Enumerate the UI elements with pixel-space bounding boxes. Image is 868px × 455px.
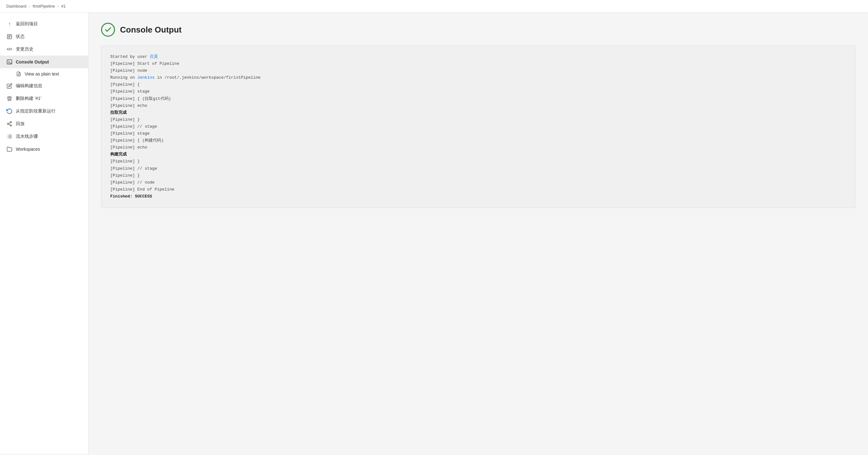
console-line: [Pipeline] stage bbox=[110, 130, 846, 137]
doc-icon bbox=[6, 33, 12, 40]
footer: ©2024 BizDevOps bbox=[0, 454, 868, 455]
breadcrumb-bar: Dashboard › firistPipeline › #1 bbox=[0, 0, 868, 13]
console-line: Started by user 吕昊 bbox=[110, 53, 846, 60]
console-line: [Pipeline] } bbox=[110, 116, 846, 123]
sidebar-item-workspaces[interactable]: Workspaces bbox=[0, 143, 88, 155]
sidebar-label: Workspaces bbox=[16, 147, 40, 152]
page-title: Console Output bbox=[120, 25, 182, 35]
console-line: 构建完成 bbox=[110, 151, 846, 158]
sidebar-item-view-plain-text[interactable]: View as plain text bbox=[0, 68, 88, 80]
console-line: [Pipeline] echo bbox=[110, 144, 846, 151]
code-icon: </> bbox=[6, 46, 12, 53]
console-line: [Pipeline] // stage bbox=[110, 123, 846, 130]
sidebar-label: 回放 bbox=[16, 121, 25, 127]
sidebar-label: 从指定阶段重新运行 bbox=[16, 109, 56, 114]
replay-icon bbox=[6, 108, 12, 114]
edit-icon bbox=[6, 83, 12, 89]
console-line: [Pipeline] { bbox=[110, 81, 846, 88]
sidebar-label: 编辑构建信息 bbox=[16, 83, 42, 89]
user-link[interactable]: 吕昊 bbox=[150, 54, 158, 59]
sidebar-item-console-output[interactable]: Console Output bbox=[0, 56, 88, 68]
list-icon bbox=[6, 133, 12, 140]
breadcrumb-sep-2: › bbox=[58, 4, 59, 8]
console-line: [Pipeline] echo bbox=[110, 102, 846, 109]
content-area: Console Output Started by user 吕昊 [Pipel… bbox=[88, 13, 868, 454]
console-line: 拉取完成 bbox=[110, 109, 846, 116]
jenkins-link[interactable]: Jenkins bbox=[137, 75, 155, 80]
console-line: [Pipeline] } bbox=[110, 158, 846, 165]
console-line: [Pipeline] { (拉取git代码) bbox=[110, 95, 846, 102]
success-status-icon bbox=[101, 23, 115, 37]
share-icon bbox=[6, 121, 12, 127]
console-line: Running on Jenkins in /root/.jenkins/wor… bbox=[110, 74, 846, 81]
console-line: [Pipeline] Start of Pipeline bbox=[110, 60, 846, 67]
console-line: [Pipeline] node bbox=[110, 67, 846, 74]
console-line: [Pipeline] // node bbox=[110, 179, 846, 186]
sidebar-label: View as plain text bbox=[25, 71, 59, 77]
sidebar-label: 流水线步骤 bbox=[16, 134, 38, 139]
sidebar-item-status[interactable]: 状态 bbox=[0, 30, 88, 43]
sidebar-label: 返回到项目 bbox=[16, 21, 38, 27]
sidebar-item-back-to-project[interactable]: ↑ 返回到项目 bbox=[0, 18, 88, 30]
file-text-icon bbox=[16, 71, 22, 77]
sidebar-label: 变更历史 bbox=[16, 47, 33, 52]
sidebar-item-edit-build-info[interactable]: 编辑构建信息 bbox=[0, 80, 88, 92]
console-line: [Pipeline] End of Pipeline bbox=[110, 186, 846, 193]
console-output-box: Started by user 吕昊 [Pipeline] Start of P… bbox=[101, 46, 856, 208]
sidebar-item-restart-from-stage[interactable]: 从指定阶段重新运行 bbox=[0, 105, 88, 118]
up-arrow-icon: ↑ bbox=[6, 21, 12, 27]
breadcrumb-current: #1 bbox=[61, 4, 66, 8]
trash-icon bbox=[6, 95, 12, 102]
sidebar-item-delete-build[interactable]: 删除构建 '#1' bbox=[0, 92, 88, 105]
svg-line-11 bbox=[8, 124, 10, 125]
console-line: [Pipeline] { (构建代码) bbox=[110, 137, 846, 144]
sidebar-item-change-history[interactable]: </> 变更历史 bbox=[0, 43, 88, 56]
sidebar-label: 状态 bbox=[16, 34, 25, 39]
folder-icon bbox=[6, 146, 12, 152]
sidebar-label: Console Output bbox=[16, 59, 49, 64]
sidebar-label: 删除构建 '#1' bbox=[16, 96, 41, 101]
breadcrumb-pipeline[interactable]: firistPipeline bbox=[33, 4, 55, 8]
breadcrumb-sep-1: › bbox=[29, 4, 30, 8]
sidebar-item-replay[interactable]: 回放 bbox=[0, 118, 88, 130]
console-line: Finished: SUCCESS bbox=[110, 193, 846, 200]
console-line: [Pipeline] } bbox=[110, 172, 846, 179]
console-line: [Pipeline] stage bbox=[110, 88, 846, 95]
sidebar-item-pipeline-steps[interactable]: 流水线步骤 bbox=[0, 130, 88, 143]
svg-line-12 bbox=[8, 123, 10, 124]
sidebar: ↑ 返回到项目 状态 </> 变更历史 Console Output bbox=[0, 13, 88, 454]
page-header: Console Output bbox=[101, 23, 856, 37]
terminal-icon bbox=[6, 59, 12, 65]
breadcrumb-dashboard[interactable]: Dashboard bbox=[6, 4, 27, 8]
console-line: [Pipeline] // stage bbox=[110, 165, 846, 172]
